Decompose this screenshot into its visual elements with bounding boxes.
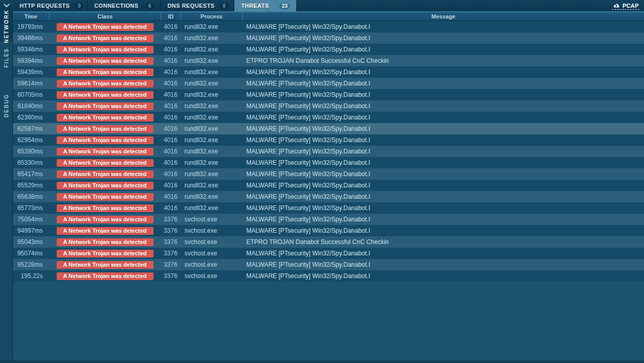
cell-message: MALWARE [PTsecurity] Win32/Spy.Danabot.I <box>242 261 644 268</box>
threat-class-badge: A Network Trojan was detected <box>57 102 154 110</box>
threat-table-row[interactable]: 95043ms A Network Trojan was detected 33… <box>13 236 644 248</box>
threat-table-row[interactable]: 62954ms A Network Trojan was detected 40… <box>13 134 644 146</box>
threat-table-row[interactable]: 65417ms A Network Trojan was detected 40… <box>13 168 644 180</box>
cell-message: MALWARE [PTsecurity] Win32/Spy.Danabot.I <box>242 80 644 87</box>
cell-time: 65773ms <box>13 204 49 212</box>
cell-message: MALWARE [PTsecurity] Win32/Spy.Danabot.I <box>242 216 644 223</box>
cell-id: 4016 <box>161 159 180 166</box>
column-header-time: Time <box>13 12 49 21</box>
cell-message: MALWARE [PTsecurity] Win32/Spy.Danabot.I <box>242 34 644 42</box>
threat-table-row[interactable]: 65280ms A Network Trojan was detected 40… <box>13 146 644 157</box>
sidebar-item-network[interactable]: NETWORK <box>0 11 12 41</box>
threat-class-badge: A Network Trojan was detected <box>57 34 154 42</box>
sidebar-item-debug[interactable]: DEBUG <box>0 92 12 119</box>
threat-table-row[interactable]: 62587ms A Network Trojan was detected 40… <box>13 123 644 134</box>
threat-table-row[interactable]: 59394ms A Network Trojan was detected 40… <box>13 55 644 66</box>
threat-class-badge: A Network Trojan was detected <box>57 216 154 223</box>
cell-class: A Network Trojan was detected <box>49 261 161 269</box>
threat-table-row[interactable]: 95228ms A Network Trojan was detected 33… <box>13 259 644 270</box>
tab-connections[interactable]: CONNECTIONS 6 <box>88 0 161 11</box>
column-header-message: Message <box>242 12 644 21</box>
cell-process: rundll32.exe <box>180 114 242 121</box>
threat-table-row[interactable]: 62360ms A Network Trojan was detected 40… <box>13 112 644 123</box>
cell-id: 4016 <box>161 193 180 200</box>
cell-time: 65638ms <box>13 193 49 200</box>
cell-process: svchost.exe <box>180 216 242 223</box>
sidebar-item-label: DEBUG <box>4 94 9 117</box>
pcap-download-button[interactable]: PCAP <box>612 2 639 10</box>
cell-class: A Network Trojan was detected <box>49 204 161 212</box>
cell-time: 95043ms <box>13 238 49 246</box>
threat-table-row[interactable]: 59614ms A Network Trojan was detected 40… <box>13 78 644 89</box>
column-header-process: Process <box>180 12 242 21</box>
threat-class-badge: A Network Trojan was detected <box>57 23 154 31</box>
threat-class-badge: A Network Trojan was detected <box>57 193 154 201</box>
cell-class: A Network Trojan was detected <box>49 114 161 122</box>
cell-id: 4016 <box>161 23 180 30</box>
cell-message: MALWARE [PTsecurity] Win32/Spy.Danabot.I <box>242 193 644 200</box>
cell-time: 75054ms <box>13 216 49 223</box>
threat-class-badge: A Network Trojan was detected <box>57 68 154 76</box>
cell-class: A Network Trojan was detected <box>49 238 161 246</box>
threat-table-row[interactable]: 59346ms A Network Trojan was detected 40… <box>13 44 644 55</box>
threat-class-badge: A Network Trojan was detected <box>57 250 154 257</box>
threat-class-badge: A Network Trojan was detected <box>57 204 154 212</box>
cell-message: ETPRO TROJAN Danabot Successful CnC Chec… <box>242 57 644 64</box>
pcap-label: PCAP <box>622 3 639 9</box>
cell-id: 4016 <box>161 148 180 155</box>
threat-table-row[interactable]: 75054ms A Network Trojan was detected 33… <box>13 214 644 225</box>
sidebar-item-files[interactable]: FILES <box>0 45 12 70</box>
table-body: 19793ms A Network Trojan was detected 40… <box>13 21 644 363</box>
cell-process: rundll32.exe <box>180 204 242 212</box>
threat-table-row[interactable]: 65330ms A Network Trojan was detected 40… <box>13 157 644 168</box>
threat-table-row[interactable]: 95074ms A Network Trojan was detected 33… <box>13 248 644 259</box>
cell-id: 4016 <box>161 182 180 189</box>
tab-dns-requests[interactable]: DNS REQUESTS 0 <box>161 0 234 11</box>
cell-time: 39466ms <box>13 34 49 42</box>
cell-message: MALWARE [PTsecurity] Win32/Spy.Danabot.I <box>242 272 644 280</box>
table-header: Time Class ID Process Message <box>13 12 644 21</box>
network-analysis-panel: HTTP REQUESTS 0 CONNECTIONS 6 DNS REQUES… <box>0 0 644 363</box>
cell-process: rundll32.exe <box>180 57 242 64</box>
cell-process: svchost.exe <box>180 261 242 268</box>
threat-table-row[interactable]: 59439ms A Network Trojan was detected 40… <box>13 66 644 78</box>
cell-process: rundll32.exe <box>180 80 242 87</box>
threat-class-badge: A Network Trojan was detected <box>57 125 154 133</box>
cell-time: 59346ms <box>13 46 49 53</box>
threat-table-row[interactable]: 19793ms A Network Trojan was detected 40… <box>13 21 644 32</box>
threat-table-row[interactable]: 94997ms A Network Trojan was detected 33… <box>13 225 644 236</box>
chevron-down-icon <box>4 4 10 8</box>
cell-id: 3376 <box>161 250 180 257</box>
cell-id: 4016 <box>161 170 180 178</box>
cell-id: 3376 <box>161 238 180 246</box>
threat-table-row[interactable]: 65773ms A Network Trojan was detected 40… <box>13 202 644 214</box>
cell-time: 94997ms <box>13 227 49 234</box>
threat-class-badge: A Network Trojan was detected <box>57 114 154 122</box>
top-tab-bar: HTTP REQUESTS 0 CONNECTIONS 6 DNS REQUES… <box>0 0 644 11</box>
threat-class-badge: A Network Trojan was detected <box>57 261 154 269</box>
threat-class-badge: A Network Trojan was detected <box>57 57 154 65</box>
threat-table-row[interactable]: 39466ms A Network Trojan was detected 40… <box>13 32 644 44</box>
cell-time: 60705ms <box>13 91 49 98</box>
cell-message: MALWARE [PTsecurity] Win32/Spy.Danabot.I <box>242 23 644 30</box>
threat-table-row[interactable]: 60705ms A Network Trojan was detected 40… <box>13 89 644 100</box>
cell-message: MALWARE [PTsecurity] Win32/Spy.Danabot.I <box>242 68 644 76</box>
cell-class: A Network Trojan was detected <box>49 102 161 110</box>
tab-http-requests[interactable]: HTTP REQUESTS 0 <box>13 0 88 11</box>
cell-process: svchost.exe <box>180 227 242 234</box>
threat-class-badge: A Network Trojan was detected <box>57 272 154 280</box>
threat-table-row[interactable]: 61840ms A Network Trojan was detected 40… <box>13 100 644 112</box>
cell-id: 4016 <box>161 136 180 144</box>
cell-process: rundll32.exe <box>180 159 242 166</box>
tab-threats[interactable]: THREATS 23 <box>234 0 297 11</box>
cell-time: 65330ms <box>13 159 49 166</box>
threat-table-row[interactable]: 65529ms A Network Trojan was detected 40… <box>13 180 644 191</box>
threat-table-row[interactable]: 195.22s A Network Trojan was detected 33… <box>13 270 644 282</box>
cell-id: 4016 <box>161 114 180 121</box>
tab-count-badge: 0 <box>220 3 229 9</box>
cell-message: MALWARE [PTsecurity] Win32/Spy.Danabot.I <box>242 148 644 155</box>
cell-class: A Network Trojan was detected <box>49 91 161 99</box>
cell-time: 95228ms <box>13 261 49 268</box>
threat-table-row[interactable]: 65638ms A Network Trojan was detected 40… <box>13 191 644 202</box>
cell-message: MALWARE [PTsecurity] Win32/Spy.Danabot.I <box>242 46 644 53</box>
